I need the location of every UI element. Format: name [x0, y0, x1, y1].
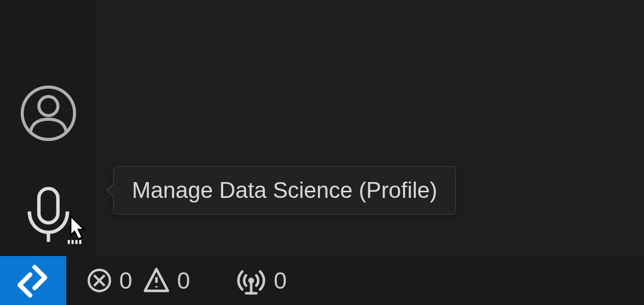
svg-rect-2 — [39, 189, 58, 223]
tooltip-text: Manage Data Science (Profile) — [132, 177, 437, 202]
problems-errors[interactable]: 0 — [87, 267, 132, 294]
activity-bar — [0, 0, 97, 256]
remote-icon — [15, 263, 51, 298]
svg-point-1 — [39, 96, 58, 115]
microphone-icon — [25, 187, 71, 244]
ports-status[interactable]: 0 — [236, 265, 287, 296]
user-icon — [20, 85, 77, 142]
error-icon — [87, 268, 112, 293]
accounts-button[interactable] — [18, 83, 79, 144]
ports-count: 0 — [274, 267, 287, 294]
editor-area — [97, 0, 644, 256]
broadcast-icon — [236, 265, 266, 296]
remote-button[interactable] — [0, 256, 66, 305]
status-bar: 0 0 0 — [0, 256, 644, 305]
warning-icon — [143, 267, 170, 294]
manage-button[interactable] — [18, 185, 79, 246]
warnings-count: 0 — [177, 267, 191, 294]
manage-tooltip: Manage Data Science (Profile) — [113, 166, 456, 215]
errors-count: 0 — [119, 267, 132, 294]
problems-warnings[interactable]: 0 — [143, 267, 191, 294]
